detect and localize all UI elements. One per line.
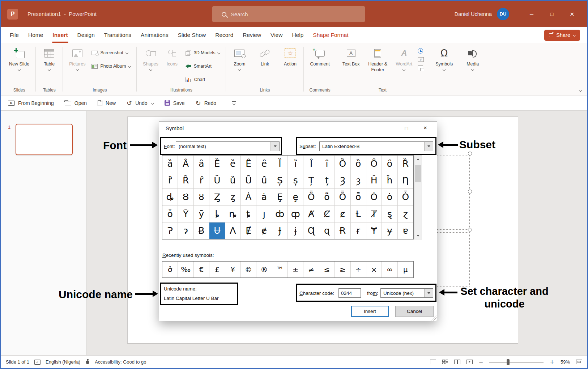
- symbol-cell[interactable]: ȡ: [162, 189, 178, 205]
- symbol-cell[interactable]: Ɋ: [303, 222, 319, 239]
- recent-symbol-cell[interactable]: €: [194, 262, 209, 277]
- symbol-cell[interactable]: Ⱥ: [303, 206, 319, 222]
- symbol-cell[interactable]: Ⱦ: [366, 206, 382, 222]
- symbol-cell[interactable]: ȴ: [209, 206, 225, 222]
- symbol-cell[interactable]: ȵ: [225, 206, 241, 222]
- recent-symbol-cell[interactable]: £: [209, 262, 225, 277]
- symbol-cell[interactable]: Ȳ: [178, 206, 193, 222]
- symbol-cell[interactable]: ȑ: [162, 172, 178, 189]
- font-dropdown[interactable]: (normal text): [176, 141, 280, 151]
- insert-button[interactable]: Insert: [351, 306, 389, 317]
- symbol-cell[interactable]: Ș: [272, 172, 288, 189]
- symbol-cell[interactable]: ɐ: [398, 222, 413, 239]
- recent-symbol-cell[interactable]: ‰: [178, 262, 193, 277]
- symbol-cell[interactable]: Ȇ: [241, 156, 256, 172]
- recent-symbol-cell[interactable]: ®: [256, 262, 272, 277]
- symbol-cell[interactable]: ȝ: [351, 172, 366, 189]
- symbol-cell[interactable]: Ȝ: [335, 172, 350, 189]
- symbol-cell[interactable]: Ȥ: [209, 189, 225, 205]
- symbol-cell[interactable]: ȟ: [382, 172, 397, 189]
- symbol-cell[interactable]: Ȓ: [178, 172, 193, 189]
- symbol-cell[interactable]: Ɇ: [241, 222, 256, 239]
- symbol-cell[interactable]: Ȋ: [303, 156, 319, 172]
- symbol-cell[interactable]: ȼ: [335, 206, 350, 222]
- selection-handle[interactable]: [468, 190, 472, 194]
- symbol-cell[interactable]: ɇ: [256, 222, 272, 239]
- symbol-cell[interactable]: Ȫ: [303, 189, 319, 205]
- symbol-cell[interactable]: Ȧ: [241, 189, 256, 205]
- symbol-cell[interactable]: ɉ: [288, 222, 303, 239]
- symbol-cell[interactable]: ɏ: [382, 222, 397, 239]
- recent-symbol-cell[interactable]: ∞: [382, 262, 397, 277]
- recent-symbol-cell[interactable]: ≤: [319, 262, 335, 277]
- symbol-cell[interactable]: Ȣ: [178, 189, 193, 205]
- symbol-cell[interactable]: ȇ: [256, 156, 272, 172]
- scrollbar-thumb[interactable]: [415, 165, 421, 182]
- symbol-cell[interactable]: Ȏ: [366, 156, 382, 172]
- dropdown-arrow-icon[interactable]: [424, 142, 433, 151]
- symbol-cell[interactable]: ȿ: [382, 206, 397, 222]
- symbol-cell[interactable]: Ȍ: [335, 156, 350, 172]
- symbol-cell[interactable]: ɂ: [178, 222, 193, 239]
- symbol-cell[interactable]: Ƚ: [351, 206, 366, 222]
- symbol-cell[interactable]: ȕ: [225, 172, 241, 189]
- symbol-cell[interactable]: ȭ: [351, 189, 366, 205]
- symbol-cell[interactable]: Ɍ: [335, 222, 350, 239]
- symbol-cell[interactable]: ȣ: [194, 189, 209, 205]
- symbol-cell[interactable]: ș: [288, 172, 303, 189]
- symbol-cell[interactable]: Ȱ: [398, 189, 413, 205]
- symbol-cell[interactable]: ȃ: [194, 156, 209, 172]
- symbol-cell[interactable]: ȶ: [241, 206, 256, 222]
- symbol-cell[interactable]: Ȩ: [272, 189, 288, 205]
- symbol-cell[interactable]: ȱ: [162, 206, 178, 222]
- selection-handle[interactable]: [468, 152, 472, 156]
- symbol-cell[interactable]: Ȅ: [209, 156, 225, 172]
- symbol-cell[interactable]: ȹ: [288, 206, 303, 222]
- dialog-minimize-button[interactable]: –: [378, 122, 397, 135]
- symbol-grid-scrollbar[interactable]: [414, 155, 422, 239]
- dropdown-arrow-icon[interactable]: [424, 289, 433, 297]
- character-code-input[interactable]: [338, 288, 361, 298]
- recent-symbol-cell[interactable]: ×: [366, 262, 382, 277]
- symbol-cell[interactable]: Ȯ: [366, 189, 382, 205]
- symbol-cell[interactable]: Ɏ: [366, 222, 382, 239]
- symbol-cell[interactable]: Ʌ: [225, 222, 241, 239]
- symbol-cell[interactable]: ɍ: [351, 222, 366, 239]
- symbol-cell-selected[interactable]: Ʉ: [209, 222, 225, 239]
- symbol-cell[interactable]: ɋ: [319, 222, 335, 239]
- symbol-cell[interactable]: Ɉ: [272, 222, 288, 239]
- symbol-cell[interactable]: Ɂ: [162, 222, 178, 239]
- symbol-cell[interactable]: ɀ: [398, 206, 413, 222]
- symbol-cell[interactable]: Ƀ: [194, 222, 209, 239]
- symbol-cell[interactable]: ȍ: [351, 156, 366, 172]
- scroll-down-button[interactable]: [414, 232, 422, 239]
- symbol-cell[interactable]: ȓ: [194, 172, 209, 189]
- subset-dropdown[interactable]: Latin Extended-B: [319, 141, 433, 151]
- symbol-cell[interactable]: Ȟ: [366, 172, 382, 189]
- selection-handle[interactable]: [468, 228, 472, 232]
- symbol-cell[interactable]: ȏ: [382, 156, 397, 172]
- recent-symbol-cell[interactable]: ÷: [351, 262, 366, 277]
- from-dropdown[interactable]: Unicode (hex): [380, 288, 433, 298]
- symbol-cell[interactable]: ȯ: [382, 189, 397, 205]
- recent-symbol-cell[interactable]: ≠: [303, 262, 319, 277]
- symbol-cell[interactable]: ȅ: [225, 156, 241, 172]
- dialog-maximize-button[interactable]: □: [397, 122, 416, 135]
- recent-symbol-cell[interactable]: ©: [241, 262, 256, 277]
- dialog-close-button[interactable]: ×: [416, 122, 435, 135]
- symbol-dialog-titlebar[interactable]: Symbol – □ ×: [159, 122, 437, 135]
- symbol-cell[interactable]: ȧ: [256, 189, 272, 205]
- symbol-cell[interactable]: Ț: [303, 172, 319, 189]
- symbol-cell[interactable]: ȷ: [256, 206, 272, 222]
- scroll-up-button[interactable]: [414, 156, 422, 163]
- recent-symbol-cell[interactable]: ≥: [335, 262, 350, 277]
- recent-symbol-cell[interactable]: ±: [288, 262, 303, 277]
- symbol-cell[interactable]: ȗ: [256, 172, 272, 189]
- symbol-cell[interactable]: ȥ: [225, 189, 241, 205]
- dropdown-arrow-icon[interactable]: [270, 142, 279, 151]
- symbol-cell[interactable]: Ȗ: [241, 172, 256, 189]
- symbol-cell[interactable]: ȋ: [319, 156, 335, 172]
- symbol-cell[interactable]: Ȼ: [319, 206, 335, 222]
- symbol-cell[interactable]: ȁ: [162, 156, 178, 172]
- symbol-cell[interactable]: ȳ: [194, 206, 209, 222]
